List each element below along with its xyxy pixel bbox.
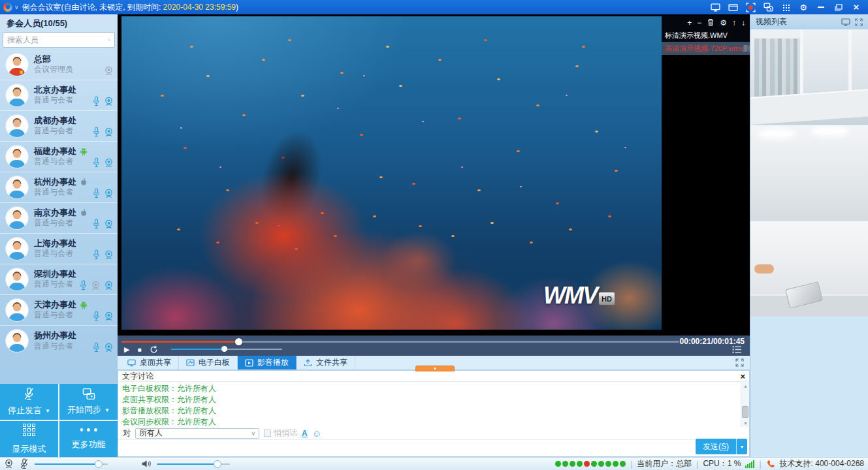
camera-icon[interactable]	[104, 158, 114, 168]
playlist-item-delete-link[interactable]: 删除	[743, 42, 750, 55]
mic-icon[interactable]	[92, 157, 101, 168]
video-thumbnail[interactable]	[750, 221, 868, 317]
participant-row[interactable]: 深圳办事处 普通与会者	[0, 264, 118, 295]
participant-row[interactable]: 杭州办事处 普通与会者	[0, 172, 118, 203]
camera-icon[interactable]	[104, 250, 114, 260]
playlist-toggle-icon[interactable]	[732, 345, 742, 354]
participant-row[interactable]: 上海办事处 普通与会者	[0, 234, 118, 264]
camera-status-icon[interactable]	[4, 459, 14, 469]
camera-icon[interactable]	[104, 189, 114, 198]
playlist-item-active[interactable]: 高清演示视频-720P.wmv 删除	[662, 42, 750, 55]
search-input[interactable]	[7, 35, 108, 44]
volume-handle[interactable]	[221, 346, 227, 352]
record-icon[interactable]	[745, 2, 756, 12]
play-button[interactable]: ▶	[124, 345, 129, 354]
video-layout-icon[interactable]	[841, 18, 850, 26]
send-options-arrow[interactable]: ▼	[736, 439, 747, 454]
chat-collapse-handle[interactable]: ▼	[415, 366, 455, 371]
camera-icon[interactable]	[104, 97, 114, 106]
start-sync-button[interactable]: 开始同步▼	[59, 384, 118, 420]
playlist-delete-icon[interactable]	[707, 18, 715, 27]
participant-row[interactable]: 北京办事处 普通与会者	[0, 80, 118, 111]
mic-icon[interactable]	[79, 280, 88, 290]
more-features-button[interactable]: 更多功能	[59, 421, 118, 457]
speaker-volume-knob[interactable]	[214, 460, 221, 468]
display-mode-button[interactable]: 显示模式	[0, 421, 58, 457]
video-thumbnail[interactable]	[750, 125, 868, 221]
title-chevron-down-icon[interactable]: ∨	[14, 4, 19, 10]
screen-sync-icon[interactable]	[763, 2, 773, 12]
participant-row[interactable]: 扬州办事处 普通与会者	[0, 326, 118, 356]
camera-icon[interactable]	[104, 311, 114, 321]
camera-icon[interactable]	[104, 343, 114, 352]
video-stage: WMV HD + − ⚙ ↑ ↓ 标清演示视频.WMV 高清演示视频-720P.…	[118, 14, 750, 336]
mic-volume-knob[interactable]	[95, 460, 103, 468]
camera-icon[interactable]	[104, 219, 114, 229]
dropdown-arrow-icon[interactable]: ▼	[104, 407, 110, 413]
playlist-move-down-icon[interactable]: ↓	[741, 18, 745, 27]
settings-gear-icon[interactable]: ⚙	[798, 2, 809, 12]
tab-file-share[interactable]: 文件共享	[297, 356, 355, 369]
participant-row[interactable]: 南京办事处 普通与会者	[0, 203, 118, 234]
scroll-up-icon[interactable]: ▲	[741, 383, 750, 390]
camera-disabled-icon[interactable]	[91, 281, 101, 290]
window-mode-icon[interactable]	[728, 2, 738, 12]
desktop-share-tab-icon	[127, 359, 136, 367]
fullscreen-icon[interactable]	[735, 358, 744, 367]
chat-scrollbar[interactable]: ▲ ▼	[741, 383, 749, 427]
dropdown-arrow-icon[interactable]: ▼	[45, 408, 50, 414]
playlist-settings-icon[interactable]: ⚙	[720, 18, 727, 27]
maximize-button[interactable]	[833, 2, 844, 12]
speaker-icon[interactable]	[141, 460, 151, 468]
mic-icon[interactable]	[92, 249, 101, 260]
playlist-add-icon[interactable]: +	[687, 18, 692, 27]
stop-button[interactable]: ■	[137, 346, 141, 353]
participant-search[interactable]	[3, 32, 115, 48]
mic-icon[interactable]	[92, 188, 101, 198]
participant-row[interactable]: 福建办事处 普通与会者	[0, 142, 118, 172]
minimize-button[interactable]	[816, 2, 826, 12]
playlist-remove-icon[interactable]: −	[697, 18, 701, 27]
chat-input-area[interactable]: 发送(S) ▼	[118, 440, 749, 456]
checkbox-icon[interactable]	[264, 430, 271, 437]
mic-icon[interactable]	[92, 127, 101, 137]
recipient-select[interactable]: 所有人∨	[135, 428, 259, 439]
participant-row[interactable]: 成都办事处 普通与会者	[0, 111, 118, 142]
stop-speaking-button[interactable]: 停止发言▼	[0, 384, 58, 420]
mic-icon[interactable]	[92, 311, 101, 321]
emoticon-button[interactable]: ☺	[312, 428, 321, 439]
desktop-share-icon[interactable]	[710, 2, 720, 12]
panel-expand-icon[interactable]	[855, 18, 863, 26]
tab-whiteboard[interactable]: 电子白板	[179, 356, 238, 369]
tab-media-play[interactable]: 影音播放	[238, 356, 297, 369]
mic-icon[interactable]	[92, 219, 101, 229]
chat-close-icon[interactable]: ×	[740, 372, 745, 381]
camera-icon[interactable]	[104, 127, 114, 137]
video-list-title: 视频列表	[756, 16, 787, 27]
mic-muted-icon[interactable]	[20, 458, 29, 469]
search-icon[interactable]	[108, 35, 110, 45]
layout-grid-icon[interactable]	[780, 2, 791, 12]
font-color-button[interactable]: A	[302, 429, 308, 438]
tab-desktop-share[interactable]: 桌面共享	[120, 356, 179, 369]
replay-button[interactable]	[150, 345, 158, 354]
participant-row[interactable]: 天津办事处 普通与会者	[0, 295, 118, 326]
volume-slider[interactable]	[171, 349, 282, 350]
video-thumbnail[interactable]	[750, 29, 868, 125]
mic-icon[interactable]	[92, 96, 101, 106]
seek-bar[interactable]	[121, 341, 679, 343]
speaker-volume-slider[interactable]	[157, 463, 230, 465]
participant-row[interactable]: 总部 会议管理员	[0, 50, 118, 80]
playing-video[interactable]: WMV HD	[121, 16, 662, 330]
scroll-thumb[interactable]	[742, 406, 748, 418]
camera-icon[interactable]	[104, 281, 114, 290]
close-button[interactable]: ×	[851, 2, 861, 12]
mic-volume-slider[interactable]	[35, 463, 108, 465]
playlist-move-up-icon[interactable]: ↑	[732, 18, 736, 27]
scroll-down-icon[interactable]: ▼	[741, 420, 750, 427]
send-button[interactable]: 发送(S) ▼	[696, 439, 747, 454]
playlist-item[interactable]: 标清演示视频.WMV	[662, 29, 750, 42]
camera-icon[interactable]	[104, 66, 114, 76]
whisper-checkbox[interactable]: 悄悄话	[264, 428, 297, 439]
mic-icon[interactable]	[92, 342, 101, 352]
